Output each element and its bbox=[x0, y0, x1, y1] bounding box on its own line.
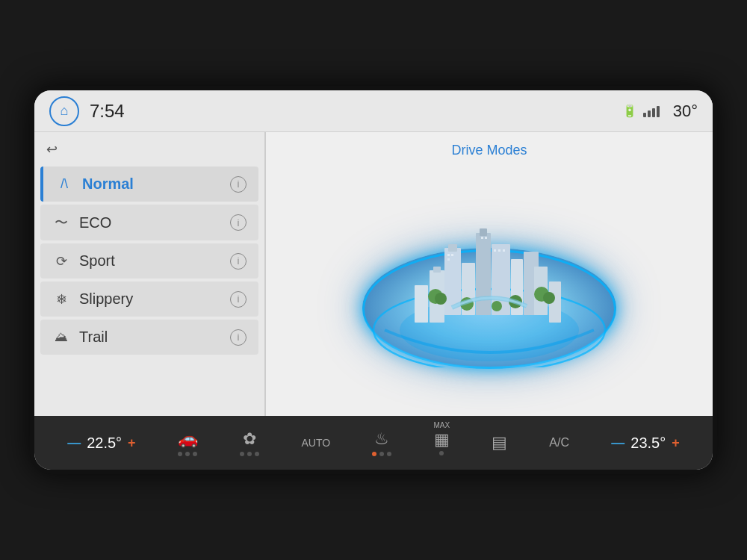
trail-info-button[interactable]: i bbox=[230, 329, 247, 346]
clock-display: 7:54 bbox=[90, 101, 622, 122]
signal-bar-4 bbox=[657, 106, 660, 117]
sport-mode-label: Sport bbox=[79, 252, 230, 270]
svg-rect-23 bbox=[447, 254, 450, 256]
right-temp-increase[interactable]: + bbox=[672, 435, 680, 451]
signal-bar-1 bbox=[643, 113, 646, 117]
left-panel: ↩ /\ Normal i 〜 ECO i bbox=[34, 132, 266, 416]
svg-rect-6 bbox=[476, 233, 491, 315]
right-panel: Drive Modes bbox=[266, 132, 713, 416]
home-button[interactable]: ⌂ bbox=[49, 96, 79, 126]
svg-rect-26 bbox=[481, 237, 483, 239]
svg-rect-29 bbox=[498, 249, 500, 252]
rear-defrost-button[interactable]: ▤ bbox=[492, 433, 507, 452]
svg-point-19 bbox=[543, 292, 555, 304]
drive-modes-title: Drive Modes bbox=[451, 143, 527, 158]
svg-rect-25 bbox=[447, 258, 450, 261]
slippery-mode-icon: ❄ bbox=[52, 291, 70, 308]
svg-rect-27 bbox=[485, 237, 487, 239]
home-icon: ⌂ bbox=[61, 103, 69, 119]
info-icon: i bbox=[238, 178, 240, 190]
auto-label: AUTO bbox=[301, 437, 330, 449]
fan-dot-2 bbox=[247, 452, 252, 456]
trail-info-icon: i bbox=[238, 332, 240, 343]
seat-dots bbox=[372, 452, 391, 456]
svg-rect-7 bbox=[480, 228, 487, 236]
screen-inner: ⌂ 7:54 🔋 30° ↩ bbox=[34, 90, 713, 470]
svg-rect-30 bbox=[503, 249, 505, 252]
drive-mode-sport[interactable]: ⟳ Sport i bbox=[40, 243, 258, 279]
slippery-info-button[interactable]: i bbox=[230, 291, 247, 308]
svg-rect-4 bbox=[448, 244, 457, 252]
seat-heat-icon: ♨ bbox=[374, 429, 389, 449]
normal-mode-icon: /\ bbox=[55, 176, 73, 192]
defrost-icon: ▦ bbox=[434, 430, 450, 449]
svg-rect-24 bbox=[451, 254, 453, 256]
svg-point-22 bbox=[492, 301, 502, 311]
svg-point-17 bbox=[435, 293, 447, 305]
defrost-dot-1 bbox=[439, 451, 444, 455]
city-svg bbox=[370, 173, 609, 367]
eco-info-icon: i bbox=[238, 217, 240, 228]
car-sync-icon: 🚗 bbox=[178, 429, 198, 449]
top-bar: ⌂ 7:54 🔋 30° bbox=[34, 90, 713, 132]
fan-dots bbox=[240, 452, 259, 456]
right-temp-value: 23.5° bbox=[630, 435, 666, 452]
svg-rect-28 bbox=[494, 249, 496, 252]
drive-mode-slippery[interactable]: ❄ Slippery i bbox=[40, 281, 258, 317]
max-label: MAX bbox=[433, 421, 450, 429]
status-icons: 🔋 30° bbox=[622, 102, 698, 121]
fan-icon: ✿ bbox=[243, 429, 256, 449]
svg-rect-12 bbox=[433, 267, 441, 273]
screen-outer: ⌂ 7:54 🔋 30° ↩ bbox=[30, 86, 717, 474]
slippery-mode-label: Slippery bbox=[79, 290, 230, 308]
eco-mode-icon: 〜 bbox=[52, 214, 70, 231]
bottom-control-bar: — 22.5° + 🚗 ✿ bbox=[34, 416, 713, 470]
drive-mode-trail[interactable]: ⛰ Trail i bbox=[40, 320, 258, 355]
fan-dot-1 bbox=[240, 452, 244, 456]
sport-mode-icon: ⟳ bbox=[52, 253, 70, 270]
ac-button[interactable]: A/C bbox=[549, 436, 569, 449]
trail-mode-icon: ⛰ bbox=[52, 329, 70, 345]
slippery-info-icon: i bbox=[238, 293, 240, 305]
city-visual bbox=[347, 173, 631, 382]
main-content: ↩ /\ Normal i 〜 ECO i bbox=[34, 132, 713, 416]
ac-label: A/C bbox=[549, 436, 569, 449]
seat-dot-1 bbox=[372, 452, 376, 456]
drive-mode-normal[interactable]: /\ Normal i bbox=[40, 167, 258, 202]
dot-2 bbox=[185, 452, 190, 456]
dot-1 bbox=[178, 452, 182, 456]
rear-defrost-icon: ▤ bbox=[492, 433, 507, 452]
right-temp-decrease[interactable]: — bbox=[611, 435, 624, 451]
auto-button[interactable]: AUTO bbox=[301, 437, 330, 449]
signal-icon bbox=[643, 105, 660, 117]
back-arrow-icon: ↩ bbox=[46, 142, 58, 157]
left-temp-group: — 22.5° + bbox=[67, 435, 135, 452]
dot-3 bbox=[193, 452, 197, 456]
normal-mode-label: Normal bbox=[82, 175, 230, 193]
back-button[interactable]: ↩ bbox=[34, 138, 264, 165]
trail-mode-label: Trail bbox=[79, 329, 230, 346]
sport-info-button[interactable]: i bbox=[230, 253, 247, 270]
seat-dot-2 bbox=[379, 452, 384, 456]
seat-heat-button[interactable]: ♨ bbox=[372, 429, 391, 456]
signal-bar-3 bbox=[652, 108, 655, 117]
left-temp-value: 22.5° bbox=[87, 435, 122, 452]
normal-info-button[interactable]: i bbox=[230, 176, 247, 193]
left-temp-increase[interactable]: + bbox=[128, 435, 136, 451]
right-temp-group: — 23.5° + bbox=[611, 435, 679, 452]
ambient-temperature: 30° bbox=[673, 102, 698, 121]
sport-info-icon: i bbox=[238, 255, 240, 267]
eco-info-button[interactable]: i bbox=[230, 214, 247, 231]
battery-icon: 🔋 bbox=[622, 104, 637, 118]
fan-dot-3 bbox=[255, 452, 259, 456]
fan-button[interactable]: ✿ bbox=[240, 429, 259, 456]
sync-button[interactable]: 🚗 bbox=[178, 429, 198, 456]
defrost-dots bbox=[439, 451, 444, 455]
sync-dots bbox=[178, 452, 197, 456]
left-temp-decrease[interactable]: — bbox=[67, 435, 81, 451]
signal-bar-2 bbox=[648, 111, 651, 117]
drive-mode-eco[interactable]: 〜 ECO i bbox=[40, 205, 258, 240]
eco-mode-label: ECO bbox=[79, 214, 230, 231]
defrost-max-button[interactable]: MAX ▦ bbox=[434, 430, 450, 455]
seat-dot-3 bbox=[387, 452, 391, 456]
